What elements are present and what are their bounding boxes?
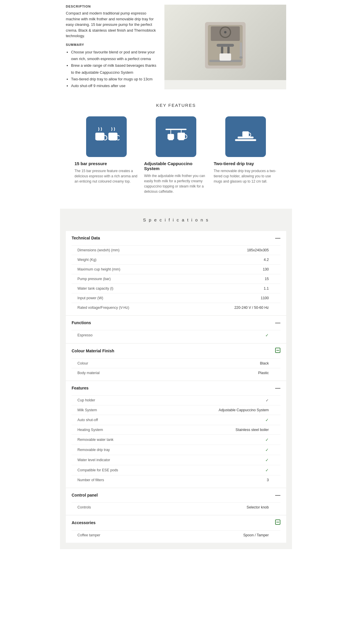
feature-item-bar-pressure: 15 bar pressure The 15 bar pressure feat… [75, 116, 138, 194]
spec-row-label: Number of filters [77, 478, 104, 482]
feature-title-3: Two-tiered drip tray [214, 161, 277, 166]
cappuccino-icon-box [156, 116, 196, 157]
feature-item-drip-tray: Two-tiered drip tray The removable drip … [214, 116, 277, 194]
spec-group-title-1: Functions [72, 320, 91, 325]
spec-row-value: Stainless steel boiler [235, 428, 269, 432]
cappuccino-icon [163, 124, 189, 150]
spec-row: Pump pressure (bar) 15 [72, 274, 280, 284]
spec-rows-1: Espresso ✓ [66, 330, 286, 343]
drip-tray-icon [233, 124, 259, 150]
spec-row-value: 4.2 [264, 258, 269, 262]
minus-icon: — [275, 385, 280, 391]
spec-row: Auto shut-off ✓ [72, 415, 280, 425]
spec-group-5: Accessories Coffee tamper Spoon / Tamper [66, 515, 286, 543]
spec-row-label: Espresso [77, 333, 92, 337]
spec-row-label: Pump pressure (bar) [77, 277, 111, 281]
spec-row-label: Colour [77, 361, 88, 365]
svg-rect-17 [166, 129, 186, 130]
svg-rect-31 [276, 522, 279, 522]
minus-icon: — [275, 235, 280, 241]
product-image [164, 5, 286, 89]
spec-row: Espresso ✓ [72, 330, 280, 340]
checkmark-icon: ✓ [265, 448, 269, 452]
checkmark-icon: ✓ [265, 468, 269, 472]
checkmark-icon: ✓ [265, 333, 269, 338]
specs-section: S p e c i f i c a t i o n s Technical Da… [60, 209, 292, 549]
spec-row: Compatible for ESE pods ✓ [72, 465, 280, 475]
spec-group-title-0: Technical Data [72, 236, 100, 240]
feature-item-cappuccino: Adjustable Cappuccino System With the ad… [144, 116, 208, 194]
spec-row: Cup holder ✓ [72, 395, 280, 405]
svg-rect-29 [276, 350, 279, 351]
feature-desc-2: With the adjustable milk frother you can… [144, 173, 208, 194]
spec-row-label: Dimensions (wxdxh) (mm) [77, 248, 119, 252]
spec-row-value: 15 [265, 277, 269, 281]
spec-row: Removable drip tray ✓ [72, 445, 280, 455]
spec-row-label: Milk System [77, 408, 97, 412]
spec-group-title-2: Colour Material Finish [72, 349, 114, 353]
svg-point-5 [224, 31, 226, 33]
spec-row-label: Removable water tank [77, 438, 113, 442]
svg-rect-22 [177, 133, 185, 139]
description-text: DESCRIPTION Compact and modern tradition… [66, 5, 159, 89]
spec-group-title-5: Accessories [72, 520, 96, 525]
two-cups-icon [93, 124, 119, 150]
spec-row: Heating System Stainless steel boiler [72, 425, 280, 434]
spec-row-value: Selector knob [247, 505, 269, 509]
spec-row-label: Compatible for ESE pods [77, 468, 118, 472]
feature-title-1: 15 bar pressure [75, 161, 138, 166]
spec-row-value: 1.1 [264, 286, 269, 291]
checkmark-icon: ✓ [265, 437, 269, 442]
spec-row-value: 3 [267, 478, 269, 482]
svg-rect-23 [179, 139, 184, 140]
svg-point-11 [239, 56, 243, 59]
summary-label: SUMMARY [66, 43, 159, 46]
minus-icon: — [275, 492, 280, 498]
spec-group-header-3[interactable]: Features — [66, 381, 286, 395]
spec-row-label: Heating System [77, 428, 103, 432]
features-grid: 15 bar pressure The 15 bar pressure feat… [66, 116, 286, 194]
spec-group-header-1[interactable]: Functions — [66, 316, 286, 330]
spec-row: Water level indicator ✓ [72, 455, 280, 465]
svg-rect-27 [244, 136, 248, 137]
feature-desc-3: The removable drip tray produces a two-t… [214, 168, 277, 184]
spec-group-header-4[interactable]: Control panel — [66, 488, 286, 502]
summary-item-4: Auto shut-off 9 minutes after use [71, 82, 159, 89]
summary-item-2: Brew a wide range of milk based beverage… [71, 62, 159, 76]
spec-group-header-2[interactable]: Colour Material Finish [66, 344, 286, 358]
spec-group-header-5[interactable]: Accessories [66, 515, 286, 530]
spec-row: Milk System Adjustable Cappuccino System [72, 405, 280, 415]
spec-groups-container: Technical Data — Dimensions (wxdxh) (mm)… [66, 231, 286, 543]
spec-row-value: 185x240x305 [247, 248, 269, 252]
spec-group-3: Features — Cup holder ✓ Milk System Adju… [66, 381, 286, 488]
spec-row: Maximum cup height (mm) 130 [72, 264, 280, 274]
spec-group-4: Control panel — Controls Selector knob [66, 488, 286, 515]
spec-row: Water tank capacity (l) 1.1 [72, 284, 280, 293]
spec-group-header-0[interactable]: Technical Data — [66, 231, 286, 245]
svg-rect-21 [169, 139, 173, 140]
spec-rows-0: Dimensions (wxdxh) (mm) 185x240x305 Weig… [66, 245, 286, 315]
summary-item-3: Two-tiered drip tray to allow for mugs u… [71, 76, 159, 82]
square-minus-icon [275, 348, 280, 354]
summary-item-1: Choose your favourite blend or pod and b… [71, 49, 159, 62]
svg-rect-26 [242, 131, 249, 137]
svg-rect-12 [219, 53, 231, 61]
spec-row-label: Auto shut-off [77, 418, 98, 422]
spec-row: Number of filters 3 [72, 475, 280, 485]
checkmark-small-icon: ✓ [266, 398, 269, 403]
spec-row-value: 1100 [261, 296, 269, 300]
minus-icon: — [275, 320, 280, 326]
spec-row-label: Controls [77, 505, 91, 509]
spec-row: Coffee tamper Spoon / Tamper [72, 530, 280, 540]
product-image-placeholder [164, 5, 286, 80]
summary-list: Choose your favourite blend or pod and b… [66, 49, 159, 89]
spec-row-label: Body material [77, 371, 99, 375]
spec-rows-5: Coffee tamper Spoon / Tamper [66, 530, 286, 543]
svg-rect-24 [235, 139, 256, 141]
spec-group-0: Technical Data — Dimensions (wxdxh) (mm)… [66, 231, 286, 315]
checkmark-icon: ✓ [265, 458, 269, 462]
spec-row-value: 220-240 V / 50-60 Hz [234, 306, 269, 310]
spec-row-label: Rated voltage/Frequency (V-Hz) [77, 306, 129, 310]
svg-rect-7 [221, 47, 223, 54]
key-features-title: KEY FEATURES [66, 103, 286, 108]
